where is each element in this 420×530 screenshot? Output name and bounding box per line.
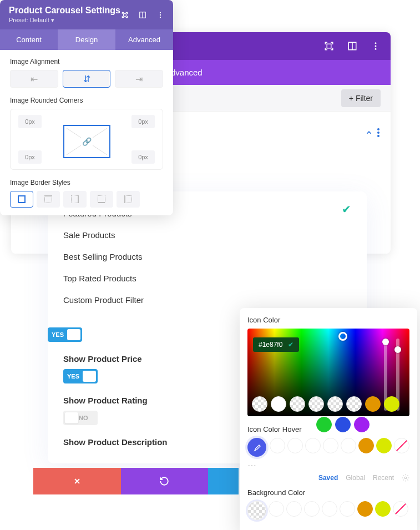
undo-icon: [159, 476, 169, 486]
corner-tl-input[interactable]: [18, 115, 42, 128]
border-styles-label: Image Border Styles: [10, 179, 163, 186]
bg-swatch-row: [247, 501, 409, 520]
overflow-swatches: [316, 417, 370, 432]
toggle-show-rating[interactable]: NO: [63, 411, 98, 425]
eyedropper-button[interactable]: [247, 438, 266, 457]
settings-tabs: Content Design Advanced: [0, 29, 173, 50]
save-button[interactable]: [208, 468, 239, 494]
more-icon[interactable]: [371, 41, 381, 51]
kebab-icon[interactable]: [156, 11, 164, 19]
collapse-chevron-icon[interactable]: [365, 129, 373, 137]
cp-tab-recent[interactable]: Recent: [373, 474, 394, 482]
toggle-show-price[interactable]: YES: [63, 369, 98, 383]
swatch-blue[interactable]: [335, 417, 351, 432]
swatch-empty[interactable]: [305, 438, 321, 453]
swatch-yellow[interactable]: [384, 396, 399, 412]
tab-advanced[interactable]: Advanced: [115, 29, 173, 50]
svg-point-14: [160, 12, 161, 13]
swatch-yellow[interactable]: [376, 438, 392, 453]
dropdown-item-sale[interactable]: Sale Products: [63, 224, 351, 246]
swatch-white[interactable]: [271, 396, 286, 412]
swatch-transparent[interactable]: [308, 396, 324, 412]
layout-icon[interactable]: [139, 11, 146, 19]
svg-point-5: [375, 48, 377, 50]
color-cursor[interactable]: [338, 332, 347, 341]
preset-selector[interactable]: Preset: Default ▾: [9, 17, 120, 24]
svg-rect-0: [327, 44, 331, 48]
swatch-purple[interactable]: [354, 417, 370, 432]
corner-br-input[interactable]: [131, 150, 155, 164]
filter-button[interactable]: + Filter: [341, 89, 381, 107]
align-right-button[interactable]: ⇥: [115, 70, 163, 88]
swatch-transparent[interactable]: [252, 396, 267, 412]
align-center-button[interactable]: ⇵: [63, 70, 111, 88]
swatch-empty[interactable]: [323, 438, 338, 453]
corner-tr-input[interactable]: [131, 115, 155, 128]
border-top-button[interactable]: [37, 191, 60, 208]
check-icon: ✔: [342, 203, 351, 216]
action-bar: [33, 468, 239, 494]
swatch-empty[interactable]: [322, 501, 337, 517]
swatch-none[interactable]: [393, 501, 408, 517]
svg-point-3: [375, 42, 377, 44]
svg-point-16: [160, 16, 161, 17]
swatch-orange[interactable]: [365, 396, 381, 412]
svg-point-17: [404, 477, 407, 479]
focus-icon[interactable]: [324, 41, 334, 51]
swatch-empty[interactable]: [287, 438, 303, 453]
gradient-preset-row: [252, 396, 399, 412]
color-gradient[interactable]: #1e87f0 ✔: [247, 329, 409, 416]
swatch-transparent[interactable]: [327, 396, 343, 412]
hover-swatch-row: [247, 438, 409, 457]
tab-content[interactable]: Content: [0, 29, 58, 50]
section-more-icon[interactable]: [377, 128, 379, 137]
icon-color-label: Icon Color: [247, 316, 409, 324]
corner-bl-input[interactable]: [18, 150, 42, 164]
border-left-button[interactable]: [117, 191, 140, 208]
panel-header: Product Carousel Settings Preset: Defaul…: [0, 0, 173, 29]
swatch-transparent-active[interactable]: [247, 501, 266, 520]
link-icon[interactable]: 🔗: [81, 136, 93, 147]
border-bottom-button[interactable]: [90, 191, 113, 208]
swatch-green[interactable]: [316, 417, 332, 432]
swatch-transparent[interactable]: [346, 396, 362, 412]
toggle-unlabeled[interactable]: YES: [48, 327, 82, 342]
color-source-tabs: Saved Global Recent: [247, 474, 409, 482]
undo-button[interactable]: [121, 468, 209, 494]
svg-point-6: [377, 128, 379, 130]
panel-icon[interactable]: [347, 41, 357, 51]
more-dots-icon[interactable]: ⋯: [247, 460, 409, 471]
swatch-orange[interactable]: [358, 438, 374, 453]
gear-icon[interactable]: [402, 474, 409, 482]
hex-confirm-icon[interactable]: ✔: [288, 341, 294, 349]
swatch-orange[interactable]: [357, 501, 373, 517]
eyedropper-icon: [252, 443, 261, 452]
svg-point-4: [375, 46, 377, 47]
swatch-none[interactable]: [394, 438, 409, 453]
expand-icon[interactable]: [121, 11, 129, 19]
swatch-empty[interactable]: [269, 501, 284, 517]
swatch-empty[interactable]: [304, 501, 320, 517]
toggle-yes-label: YES: [48, 331, 64, 338]
cp-tab-global[interactable]: Global: [346, 474, 365, 482]
border-all-button[interactable]: [10, 191, 33, 208]
swatch-empty[interactable]: [270, 438, 285, 453]
svg-point-7: [377, 132, 379, 134]
dropdown-item-toprated[interactable]: Top Rated Products: [63, 267, 351, 289]
swatch-empty[interactable]: [341, 438, 356, 453]
cp-tab-saved[interactable]: Saved: [318, 474, 338, 482]
svg-point-15: [160, 14, 161, 15]
corner-preview: 🔗: [63, 125, 110, 158]
dropdown-item-bestselling[interactable]: Best Selling Products: [63, 246, 351, 267]
swatch-yellow[interactable]: [375, 501, 391, 517]
swatch-empty[interactable]: [286, 501, 302, 517]
align-left-button[interactable]: ⇤: [10, 70, 58, 88]
tab-design[interactable]: Design: [58, 29, 115, 50]
cancel-button[interactable]: [33, 468, 121, 494]
border-right-button[interactable]: [63, 191, 87, 208]
swatch-empty[interactable]: [340, 501, 355, 517]
hex-display[interactable]: #1e87f0 ✔: [253, 337, 299, 352]
panel-title: Product Carousel Settings: [9, 6, 120, 16]
carousel-settings-panel: Product Carousel Settings Preset: Defaul…: [0, 0, 173, 215]
swatch-transparent[interactable]: [290, 396, 305, 412]
